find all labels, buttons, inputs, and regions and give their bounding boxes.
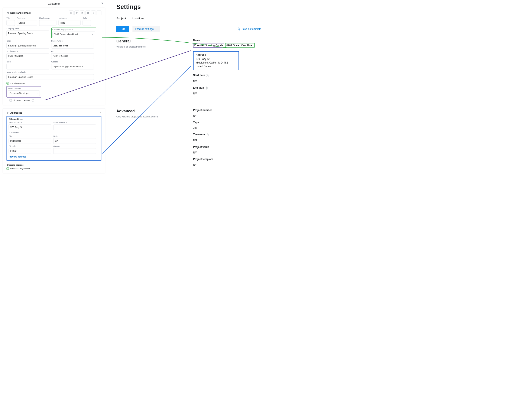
chevron-down-icon [9,132,10,133]
street1-input[interactable] [9,125,51,130]
bill-parent-label: Bill parent customer [13,99,30,102]
company-input[interactable] [7,31,49,36]
file-plus-icon [237,28,240,31]
parent-customer-value: Freeman Sporting … [10,92,30,95]
is-sub-customer-checkbox[interactable]: ✓ [7,82,9,85]
edit-button[interactable]: Edit [116,26,129,32]
start-date-value: N/A [193,79,261,83]
project-template-label: Project template [193,157,261,161]
close-icon[interactable]: ✕ [101,2,103,5]
product-settings-button[interactable]: Product settings [133,26,160,32]
label-fax: Fax [51,50,94,53]
contact-card-icon [7,12,9,14]
edit-note-button[interactable] [80,11,85,15]
label-street2: Street address 2 [54,122,96,124]
fax-input[interactable] [51,54,94,59]
address-line1: 370 Easy St. [196,58,236,60]
page-title: Settings [116,3,261,10]
contact-card-button[interactable] [69,11,74,15]
type-label: Type [193,121,261,124]
address-line2: Middlefield, California 94482 [196,61,236,64]
type-value: Job [193,126,261,129]
add-lines-button[interactable]: Add lines [9,132,99,134]
collapse-icon[interactable] [99,112,101,114]
website-input[interactable] [51,64,94,69]
label-company: Company name [7,28,49,30]
name-company-box: Freeman Sporting Goods [193,43,224,48]
svg-point-3 [71,13,72,13]
preview-address-link[interactable]: Preview address [9,156,99,158]
collapse-button[interactable] [97,11,101,15]
other-input[interactable] [7,64,49,69]
label-website: Website [51,61,94,63]
info-icon[interactable]: i [206,74,209,77]
end-date-value: N/A [193,92,261,95]
label-phone: Phone number [51,40,94,42]
chevron-down-icon [155,28,158,30]
country-input[interactable] [54,148,96,154]
product-settings-label: Product settings [135,28,154,30]
parent-customer-select[interactable]: Freeman Sporting … [8,91,40,96]
label-title: Title [7,17,15,20]
svg-rect-6 [87,12,89,13]
advanced-subtitle: Only visible to project and account admi… [116,116,189,118]
display-name-value: 0969 Ocean View Road [54,33,78,36]
label-display-name: Customer display name * [52,29,95,31]
title-input[interactable] [7,20,15,26]
tabs: Project Locations [116,17,261,23]
svg-rect-5 [82,12,83,14]
label-other: Other [7,61,49,63]
tab-locations[interactable]: Locations [132,17,144,22]
same-as-billing-label: Same as billing address [10,167,30,170]
chevron-down-icon [92,34,94,35]
label-last-name: Last name [59,17,81,20]
display-name-select[interactable]: 0969 Ocean View Road [52,32,95,37]
print-name-input[interactable] [7,74,94,80]
svg-point-1 [7,12,8,13]
state-input[interactable] [54,138,96,144]
location-pin-button[interactable] [75,11,79,15]
first-name-input[interactable] [17,20,37,26]
bill-parent-checkbox[interactable]: ✓ [10,99,12,102]
phone-input[interactable] [51,43,94,49]
project-number-value: N/A [193,114,261,117]
general-title: General [116,39,189,43]
email-input[interactable] [7,43,49,49]
project-number-label: Project number [193,109,261,112]
name-display-box: 0969 Ocean View Road [225,43,255,48]
document-button[interactable] [91,11,96,15]
zip-input[interactable] [9,148,51,154]
is-sub-customer-label: Is a sub-customer [10,82,25,85]
save-as-template-button[interactable]: Save as template [237,28,261,31]
street2-input[interactable] [54,125,96,130]
middle-name-input[interactable] [39,20,56,26]
label-mobile: Mobile number [7,50,49,53]
same-as-billing-checkbox[interactable]: ✓ [7,167,9,170]
info-icon[interactable]: i [205,87,208,89]
chevron-down-icon [36,92,38,94]
timezone-label: Timezonei [193,133,261,136]
name-label: Name [193,39,261,42]
svg-point-4 [77,13,77,13]
last-name-input[interactable] [59,20,81,26]
svg-point-7 [7,113,8,113]
suffix-input[interactable] [83,20,91,26]
label-zip: ZIP code [9,145,51,147]
project-value-label: Project value [193,145,261,148]
help-icon[interactable]: ? [32,99,34,102]
mobile-input[interactable] [7,54,49,59]
add-lines-label: Add lines [11,132,20,134]
advanced-title: Advanced [116,109,189,113]
city-input[interactable] [9,138,51,144]
credit-card-button[interactable] [86,11,90,15]
label-country: Country [54,145,96,147]
info-icon[interactable]: i [206,133,209,136]
modal-title: Customer [48,2,60,5]
tab-project[interactable]: Project [116,17,126,23]
shipping-address-title: Shipping address [7,164,101,166]
section-title: Name and contact [10,11,31,14]
label-city: City [9,135,51,138]
label-print-name: Name to print on checks [7,71,94,74]
label-street1: Street address 1 [9,122,51,124]
timezone-value: N/A [193,139,261,142]
